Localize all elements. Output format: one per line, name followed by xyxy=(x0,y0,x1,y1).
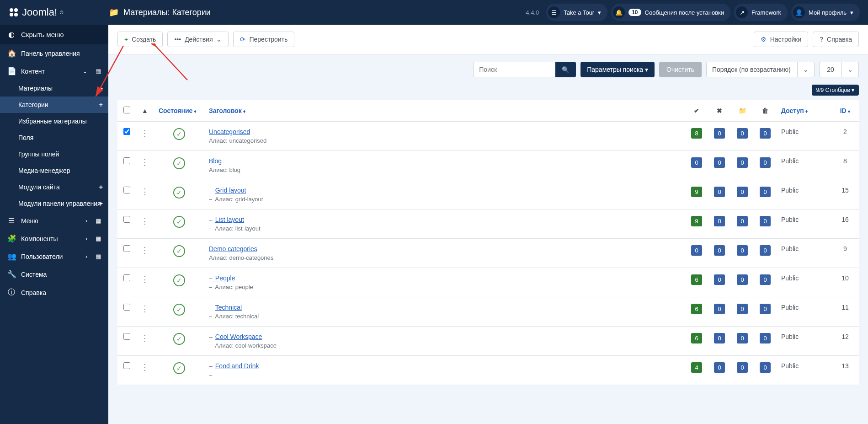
add-icon[interactable]: + xyxy=(99,183,103,191)
row-checkbox[interactable] xyxy=(123,128,130,135)
profile-button[interactable]: 👤Мой профиль ▾ xyxy=(791,4,860,21)
sidebar-articles[interactable]: Материалы+ xyxy=(0,80,108,97)
category-title-link[interactable]: Technical xyxy=(215,304,242,311)
search-button[interactable]: 🔍 xyxy=(555,62,576,77)
row-checkbox[interactable] xyxy=(123,333,130,340)
drag-handle[interactable]: ⋮ xyxy=(141,333,149,343)
row-checkbox[interactable] xyxy=(123,304,130,311)
add-icon[interactable]: + xyxy=(99,85,103,92)
tour-button[interactable]: ☰Take a Tour ▾ xyxy=(546,4,607,21)
category-title-link[interactable]: Uncategorised xyxy=(209,128,250,135)
col-id[interactable]: ID xyxy=(840,107,847,114)
select-all-checkbox[interactable] xyxy=(123,107,130,113)
grid-icon[interactable]: ▦ xyxy=(96,235,101,242)
trashed-count[interactable]: 0 xyxy=(760,304,771,314)
grid-icon[interactable]: ▦ xyxy=(96,68,101,75)
category-title-link[interactable]: Grid layout xyxy=(215,187,246,194)
trashed-count[interactable]: 0 xyxy=(760,333,771,343)
trashed-count[interactable]: 0 xyxy=(760,187,771,197)
drag-handle[interactable]: ⋮ xyxy=(141,216,149,225)
actions-button[interactable]: •••Действия⌄ xyxy=(167,32,229,47)
rebuild-button[interactable]: ⟳Перестроить xyxy=(233,32,294,47)
archived-count[interactable]: 0 xyxy=(737,362,748,373)
create-button[interactable]: +Создать xyxy=(117,32,163,47)
limit-dropdown[interactable]: ⌄ xyxy=(842,62,859,77)
archived-count[interactable]: 0 xyxy=(737,216,748,226)
help-button[interactable]: ?Справка xyxy=(813,32,859,47)
published-count[interactable]: 6 xyxy=(691,333,702,343)
row-checkbox[interactable] xyxy=(123,362,130,369)
category-title-link[interactable]: Blog xyxy=(209,157,222,165)
archived-count[interactable]: 0 xyxy=(737,187,748,197)
trashed-count[interactable]: 0 xyxy=(760,274,771,285)
unpublished-count[interactable]: 0 xyxy=(714,362,725,373)
category-title-link[interactable]: Demo categories xyxy=(209,245,257,252)
sidebar-fieldgroups[interactable]: Группы полей xyxy=(0,146,108,162)
col-status[interactable]: Состояние xyxy=(159,107,192,114)
notifications-button[interactable]: 🔔10Сообщения после установки xyxy=(611,4,730,21)
sidebar-content[interactable]: 📄Контент⌄▦ xyxy=(0,62,108,80)
trashed-count[interactable]: 0 xyxy=(760,245,771,256)
sidebar-system[interactable]: 🔧Система xyxy=(0,265,108,283)
status-published-icon[interactable]: ✓ xyxy=(173,333,185,345)
archived-count[interactable]: 0 xyxy=(737,304,748,314)
row-checkbox[interactable] xyxy=(123,274,130,281)
row-checkbox[interactable] xyxy=(123,187,130,193)
unpublished-count[interactable]: 0 xyxy=(714,128,725,139)
columns-button[interactable]: 9/9 Столбцов ▾ xyxy=(812,85,859,96)
unpublished-count[interactable]: 0 xyxy=(714,304,725,314)
drag-handle[interactable]: ⋮ xyxy=(141,187,149,196)
trashed-count[interactable]: 0 xyxy=(760,128,771,139)
sidebar-media[interactable]: Медиа-менеджер xyxy=(0,162,108,179)
framework-button[interactable]: ↗Framework xyxy=(734,4,788,21)
sidebar-categories[interactable]: Категории+ xyxy=(0,97,108,113)
sidebar-help[interactable]: ⓘСправка xyxy=(0,283,108,302)
sidebar-admin-modules[interactable]: Модули панели управления+ xyxy=(0,195,108,212)
status-published-icon[interactable]: ✓ xyxy=(173,362,185,374)
row-checkbox[interactable] xyxy=(123,245,130,252)
published-count[interactable]: 0 xyxy=(691,245,702,256)
drag-handle[interactable]: ⋮ xyxy=(141,275,149,284)
drag-handle[interactable]: ⋮ xyxy=(141,246,149,255)
grid-icon[interactable]: ▦ xyxy=(96,217,101,224)
drag-handle[interactable]: ⋮ xyxy=(141,129,149,138)
row-checkbox[interactable] xyxy=(123,216,130,223)
sidebar-featured[interactable]: Избранные материалы xyxy=(0,113,108,129)
unpublished-count[interactable]: 0 xyxy=(714,157,725,168)
sidebar-components[interactable]: 🧩Компоненты›▦ xyxy=(0,230,108,247)
published-count[interactable]: 6 xyxy=(691,274,702,285)
drag-handle[interactable]: ⋮ xyxy=(141,304,149,313)
row-checkbox[interactable] xyxy=(123,157,130,164)
status-published-icon[interactable]: ✓ xyxy=(173,245,185,257)
archived-count[interactable]: 0 xyxy=(737,128,748,139)
logo[interactable]: Joomla!® xyxy=(8,6,109,18)
trashed-count[interactable]: 0 xyxy=(760,362,771,373)
clear-button[interactable]: Очистить xyxy=(659,62,702,77)
published-count[interactable]: 9 xyxy=(691,216,702,226)
status-published-icon[interactable]: ✓ xyxy=(173,216,185,228)
trashed-count[interactable]: 0 xyxy=(760,216,771,226)
status-published-icon[interactable]: ✓ xyxy=(173,128,185,140)
grid-icon[interactable]: ▦ xyxy=(96,253,101,260)
unpublished-count[interactable]: 0 xyxy=(714,333,725,343)
sidebar-users[interactable]: 👥Пользователи›▦ xyxy=(0,247,108,265)
category-title-link[interactable]: Cool Workspace xyxy=(215,333,262,340)
published-count[interactable]: 4 xyxy=(691,362,702,373)
unpublished-count[interactable]: 0 xyxy=(714,245,725,256)
published-count[interactable]: 6 xyxy=(691,304,702,314)
col-access[interactable]: Доступ xyxy=(781,107,804,114)
unpublished-count[interactable]: 0 xyxy=(714,187,725,197)
category-title-link[interactable]: People xyxy=(215,274,235,282)
toggle-menu[interactable]: ◐Скрыть меню xyxy=(0,25,108,44)
archived-count[interactable]: 0 xyxy=(737,157,748,168)
unpublished-count[interactable]: 0 xyxy=(714,274,725,285)
archived-count[interactable]: 0 xyxy=(737,333,748,343)
status-published-icon[interactable]: ✓ xyxy=(173,274,185,286)
limit-select[interactable]: 20 xyxy=(819,62,842,77)
search-params-button[interactable]: Параметры поиска ▾ xyxy=(580,62,655,77)
status-published-icon[interactable]: ✓ xyxy=(173,187,185,199)
published-count[interactable]: 0 xyxy=(691,157,702,168)
status-published-icon[interactable]: ✓ xyxy=(173,304,185,316)
sidebar-menus[interactable]: ☰Меню›▦ xyxy=(0,212,108,230)
col-title[interactable]: Заголовок xyxy=(209,107,242,114)
